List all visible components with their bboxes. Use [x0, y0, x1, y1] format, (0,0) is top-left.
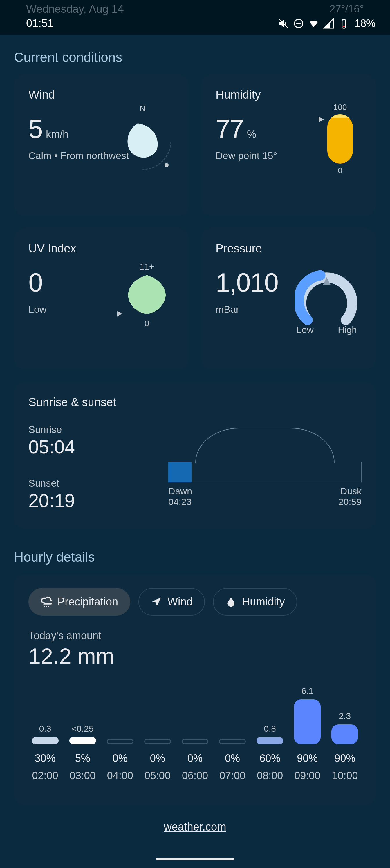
- hour-label: 02:00: [32, 770, 58, 782]
- pressure-arc-icon: [295, 266, 359, 330]
- hourly-col: 0%07:00: [216, 686, 249, 782]
- precip-chance: 0%: [225, 752, 240, 765]
- signal-icon: [323, 18, 334, 29]
- dawn-label: Dawn: [168, 486, 192, 497]
- chip-wind-label: Wind: [168, 596, 193, 608]
- hourly-col: 0%05:00: [141, 686, 174, 782]
- humidity-bar: [327, 114, 353, 164]
- precip-chance: 0%: [113, 752, 128, 765]
- wind-compass: N: [114, 112, 172, 170]
- humidity-pointer-icon: ▶: [319, 115, 324, 123]
- precip-chance: 30%: [35, 752, 56, 765]
- hour-label: 06:00: [182, 770, 208, 782]
- bar-value-label: 2.3: [339, 711, 351, 721]
- hourly-col: <0.255%03:00: [66, 686, 99, 782]
- status-date-dim: Wednesday, Aug 14: [26, 3, 124, 16]
- source-link[interactable]: weather.com: [14, 821, 376, 833]
- card-hourly: Precipitation Wind Humidity Today's amou…: [14, 574, 376, 805]
- sunrise-label: Sunrise: [28, 424, 168, 435]
- precip-chance: 5%: [75, 752, 90, 765]
- sun-now-marker: [168, 462, 191, 483]
- card-wind-title: Wind: [28, 88, 174, 101]
- sunrise-value: 05:04: [28, 436, 168, 458]
- sun-title: Sunrise & sunset: [28, 396, 362, 409]
- compass-dot: [164, 163, 169, 167]
- uv-blob-icon: [125, 273, 169, 317]
- status-temps-dim: 27°/16°: [329, 3, 364, 15]
- source-link-text: weather.com: [164, 821, 226, 833]
- uv-value: 0: [28, 268, 42, 298]
- dusk-label: Dusk: [338, 486, 362, 497]
- hourly-col: 0%06:00: [178, 686, 212, 782]
- sun-path-chart: [168, 433, 362, 483]
- compass-n-label: N: [140, 104, 145, 113]
- card-uv[interactable]: UV Index 0 Low 11+ 0 ▶: [14, 228, 189, 370]
- hourly-col: 6.190%09:00: [291, 686, 324, 782]
- humidity-bottom-label: 0: [338, 166, 342, 175]
- pressure-value: 1,010: [216, 268, 278, 298]
- card-humidity-title: Humidity: [216, 88, 362, 101]
- uv-pointer-icon: ▶: [117, 309, 122, 317]
- hour-label: 10:00: [332, 770, 358, 782]
- precip-bar: [331, 724, 358, 744]
- chart-value: 12.2 mm: [28, 644, 362, 669]
- battery-pct: 18%: [355, 18, 376, 30]
- hour-label: 05:00: [145, 770, 171, 782]
- status-time: 01:51: [26, 17, 54, 30]
- hourly-chart: 0.330%02:00<0.255%03:000%04:000%05:000%0…: [28, 686, 362, 782]
- svg-marker-6: [128, 275, 166, 314]
- chip-wind[interactable]: Wind: [139, 588, 205, 616]
- chart-subtitle: Today's amount: [28, 629, 362, 642]
- hour-label: 09:00: [294, 770, 320, 782]
- precip-bar: [144, 739, 171, 744]
- dawn-value: 04:23: [168, 497, 192, 507]
- precip-bar: [69, 737, 96, 744]
- sunset-value: 20:19: [28, 490, 168, 512]
- hour-label: 03:00: [70, 770, 96, 782]
- precip-bar: [107, 739, 133, 744]
- card-wind[interactable]: Wind 5 km/h Calm • From northwest N: [14, 74, 189, 216]
- card-sunrise-sunset[interactable]: Sunrise & sunset Sunrise 05:04 Sunset 20…: [14, 382, 376, 529]
- card-pressure[interactable]: Pressure 1,010 mBar Low High: [201, 228, 376, 370]
- silent-icon: [278, 18, 289, 29]
- pressure-gauge: Low High: [295, 266, 359, 330]
- hourly-col: 0%04:00: [103, 686, 137, 782]
- precip-chance: 0%: [150, 752, 165, 765]
- hour-label: 04:00: [107, 770, 133, 782]
- precip-chance: 0%: [187, 752, 203, 765]
- humidity-value: 77: [216, 114, 243, 144]
- dnd-icon: [293, 18, 304, 29]
- precip-chance: 60%: [260, 752, 280, 765]
- precip-chance: 90%: [297, 752, 318, 765]
- chip-precipitation-label: Precipitation: [57, 596, 118, 608]
- humidity-top-label: 100: [333, 103, 347, 112]
- hour-label: 07:00: [219, 770, 245, 782]
- uv-top-label: 11+: [140, 262, 154, 272]
- humidity-unit: %: [247, 128, 256, 141]
- precip-bar: [294, 700, 321, 744]
- hourly-col: 2.390%10:00: [328, 686, 362, 782]
- home-indicator[interactable]: [156, 858, 234, 861]
- humidity-gauge: 100 0: [327, 100, 353, 178]
- hourly-col: 0.330%02:00: [28, 686, 62, 782]
- bar-value-label: 0.8: [264, 724, 276, 734]
- bar-value-label: 6.1: [301, 686, 313, 696]
- nav-arrow-icon: [151, 596, 162, 608]
- svg-rect-4: [343, 19, 345, 20]
- bar-value-label: <0.25: [72, 724, 94, 734]
- chip-precipitation[interactable]: Precipitation: [28, 588, 130, 616]
- card-humidity[interactable]: Humidity 77 % Dew point 15° 100 0 ▶: [201, 74, 376, 216]
- precip-bar: [32, 737, 59, 744]
- precip-bar: [182, 739, 208, 744]
- status-icons: 18%: [278, 18, 376, 30]
- precip-chance: 90%: [334, 752, 355, 765]
- card-pressure-title: Pressure: [216, 242, 362, 255]
- bar-value-label: 0.3: [39, 724, 51, 734]
- uv-gauge: 11+ 0: [125, 260, 169, 330]
- section-title-current: Current conditions: [14, 49, 376, 65]
- wind-unit: km/h: [46, 128, 68, 141]
- hourly-col: 0.860%08:00: [253, 686, 287, 782]
- chip-humidity[interactable]: Humidity: [213, 588, 297, 616]
- sunset-label: Sunset: [28, 477, 168, 489]
- hourly-chip-row: Precipitation Wind Humidity: [28, 588, 362, 616]
